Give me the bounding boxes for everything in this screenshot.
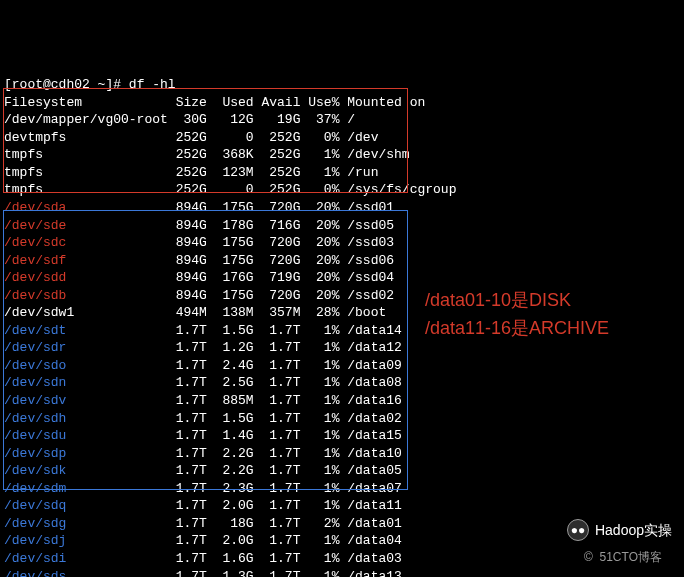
annotation-archive: /data11-16是ARCHIVE: [425, 316, 684, 340]
df-row: /dev/mapper/vg00-root 30G 12G 19G 37% /: [4, 111, 680, 129]
df-row-data: /dev/sds 1.7T 1.3G 1.7T 1% /data13: [4, 568, 680, 578]
df-row-ssd: /dev/sdd 894G 176G 719G 20% /ssd04: [4, 269, 680, 287]
df-row-data: /dev/sdk 1.7T 2.2G 1.7T 1% /data05: [4, 462, 680, 480]
df-row-data: /dev/sdh 1.7T 1.5G 1.7T 1% /data02: [4, 410, 680, 428]
watermark-wechat-text: Hadoop实操: [595, 521, 672, 540]
df-row-ssd: /dev/sda 894G 175G 720G 20% /ssd01: [4, 199, 680, 217]
df-row-data: /dev/sdo 1.7T 2.4G 1.7T 1% /data09: [4, 357, 680, 375]
prompt-line: [root@cdh02 ~]# df -hl: [4, 76, 680, 94]
df-header: Filesystem Size Used Avail Use% Mounted …: [4, 94, 680, 112]
df-row-ssd: /dev/sde 894G 178G 716G 20% /ssd05: [4, 217, 680, 235]
df-row-ssd: /dev/sdc 894G 175G 720G 20% /ssd03: [4, 234, 680, 252]
df-row: tmpfs 252G 123M 252G 1% /run: [4, 164, 680, 182]
annotation-disk: /data01-10是DISK: [425, 288, 684, 312]
df-row-ssd: /dev/sdf 894G 175G 720G 20% /ssd06: [4, 252, 680, 270]
df-row-data: /dev/sdu 1.7T 1.4G 1.7T 1% /data15: [4, 427, 680, 445]
df-row-data: /dev/sdn 1.7T 2.5G 1.7T 1% /data08: [4, 374, 680, 392]
df-row-data: /dev/sdp 1.7T 2.2G 1.7T 1% /data10: [4, 445, 680, 463]
wechat-icon: ●●: [567, 519, 589, 541]
watermark-wechat: ●● Hadoop实操: [567, 519, 672, 541]
df-row-data: /dev/sdq 1.7T 2.0G 1.7T 1% /data11: [4, 497, 680, 515]
df-row-data: /dev/sdi 1.7T 1.6G 1.7T 1% /data03: [4, 550, 680, 568]
df-row: tmpfs 252G 368K 252G 1% /dev/shm: [4, 146, 680, 164]
df-row-data: /dev/sdm 1.7T 2.3G 1.7T 1% /data07: [4, 480, 680, 498]
df-row-data: /dev/sdv 1.7T 885M 1.7T 1% /data16: [4, 392, 680, 410]
command-text: df -hl: [129, 77, 176, 92]
watermark-51cto: © 51CTO博客: [584, 549, 662, 565]
df-row: devtmpfs 252G 0 252G 0% /dev: [4, 129, 680, 147]
df-row-data: /dev/sdr 1.7T 1.2G 1.7T 1% /data12: [4, 339, 680, 357]
df-row: tmpfs 252G 0 252G 0% /sys/fs/cgroup: [4, 181, 680, 199]
